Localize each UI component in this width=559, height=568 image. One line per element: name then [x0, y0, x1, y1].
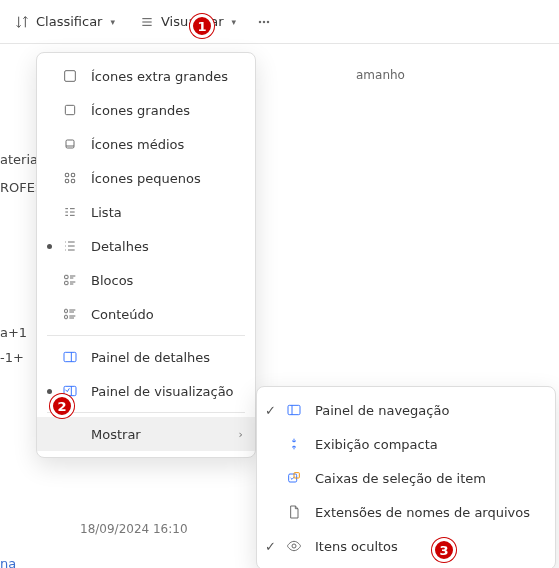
svg-point-4 — [263, 21, 265, 23]
submenu-item-label: Itens ocultos — [315, 539, 398, 554]
svg-point-3 — [259, 21, 261, 23]
column-header-size[interactable]: amanho — [348, 64, 413, 86]
svg-point-46 — [292, 544, 296, 548]
submenu-item-label: Exibição compacta — [315, 437, 438, 452]
check-icon: ✓ — [265, 403, 276, 418]
blank-icon — [61, 425, 79, 443]
menu-item-label: Ícones extra grandes — [91, 69, 228, 84]
svg-rect-7 — [65, 105, 74, 114]
svg-rect-35 — [65, 315, 68, 318]
menu-item-medium-icons[interactable]: Ícones médios — [37, 127, 255, 161]
submenu-item-compact-view[interactable]: Exibição compacta — [257, 427, 555, 461]
file-row: 18/09/2024 16:10 — [80, 522, 188, 536]
svg-rect-26 — [65, 275, 68, 278]
svg-rect-11 — [71, 173, 74, 176]
details-pane-icon — [61, 348, 79, 366]
more-button[interactable] — [250, 8, 278, 36]
svg-rect-42 — [288, 405, 300, 414]
menu-item-list[interactable]: Lista — [37, 195, 255, 229]
chevron-down-icon: ▾ — [232, 17, 237, 27]
chevron-down-icon: ▾ — [110, 17, 115, 27]
medium-icons-icon — [61, 135, 79, 153]
nav-pane-icon — [285, 401, 303, 419]
more-horizontal-icon — [256, 14, 272, 30]
view-button[interactable]: Visualizar ▾ — [129, 8, 246, 36]
svg-rect-6 — [65, 71, 76, 82]
menu-item-label: Ícones grandes — [91, 103, 190, 118]
menu-item-content[interactable]: Conteúdo — [37, 297, 255, 331]
menu-item-label: Mostrar — [91, 427, 141, 442]
view-icon — [139, 14, 155, 30]
submenu-item-extensions[interactable]: Extensões de nomes de arquivos — [257, 495, 555, 529]
menu-item-show[interactable]: Mostrar › — [37, 417, 255, 451]
annotation-badge-1: 1 — [190, 14, 214, 38]
menu-item-details-pane[interactable]: Painel de detalhes — [37, 340, 255, 374]
sort-button[interactable]: Classificar ▾ — [4, 8, 125, 36]
selected-dot-icon — [47, 389, 52, 394]
svg-rect-38 — [64, 352, 76, 361]
menu-item-label: Blocos — [91, 273, 133, 288]
content-icon — [61, 305, 79, 323]
svg-rect-29 — [65, 281, 68, 284]
menu-item-label: Lista — [91, 205, 122, 220]
submenu-item-label: Painel de navegação — [315, 403, 449, 418]
menu-separator — [47, 335, 245, 336]
menu-item-extra-large-icons[interactable]: Ícones extra grandes — [37, 59, 255, 93]
extra-large-icons-icon — [61, 67, 79, 85]
toolbar: Classificar ▾ Visualizar ▾ — [0, 0, 559, 44]
checkbox-icon — [285, 469, 303, 487]
menu-item-large-icons[interactable]: Ícones grandes — [37, 93, 255, 127]
sort-label: Classificar — [36, 14, 102, 29]
menu-item-label: Detalhes — [91, 239, 149, 254]
menu-item-tiles[interactable]: Blocos — [37, 263, 255, 297]
submenu-item-label: Caixas de seleção de item — [315, 471, 486, 486]
sort-icon — [14, 14, 30, 30]
submenu-item-checkboxes[interactable]: Caixas de seleção de item — [257, 461, 555, 495]
svg-rect-12 — [65, 179, 68, 182]
menu-item-small-icons[interactable]: Ícones pequenos — [37, 161, 255, 195]
check-icon: ✓ — [265, 539, 276, 554]
menu-separator — [47, 412, 245, 413]
menu-item-label: Ícones médios — [91, 137, 184, 152]
file-date: 18/09/2024 16:10 — [80, 522, 188, 536]
eye-icon — [285, 537, 303, 555]
selected-dot-icon — [47, 244, 52, 249]
menu-item-label: Painel de detalhes — [91, 350, 210, 365]
large-icons-icon — [61, 101, 79, 119]
svg-rect-8 — [66, 140, 74, 148]
submenu-item-nav-pane[interactable]: ✓ Painel de navegação — [257, 393, 555, 427]
submenu-item-hidden-items[interactable]: ✓ Itens ocultos — [257, 529, 555, 563]
menu-item-label: Conteúdo — [91, 307, 154, 322]
small-icons-icon — [61, 169, 79, 187]
menu-item-details[interactable]: Detalhes — [37, 229, 255, 263]
bg-text: na — [0, 556, 16, 568]
show-submenu: ✓ Painel de navegação Exibição compacta … — [256, 386, 556, 568]
menu-item-label: Ícones pequenos — [91, 171, 201, 186]
list-icon — [61, 203, 79, 221]
chevron-right-icon: › — [239, 428, 243, 441]
details-icon — [61, 237, 79, 255]
tiles-icon — [61, 271, 79, 289]
annotation-badge-3: 3 — [432, 538, 456, 562]
bg-text: a+1 — [0, 325, 27, 340]
annotation-badge-2: 2 — [50, 394, 74, 418]
svg-rect-10 — [65, 173, 68, 176]
menu-item-label: Painel de visualização — [91, 384, 234, 399]
svg-rect-13 — [71, 179, 74, 182]
compact-view-icon — [285, 435, 303, 453]
svg-rect-32 — [65, 309, 68, 312]
file-icon — [285, 503, 303, 521]
svg-point-5 — [267, 21, 269, 23]
bg-text: -1+ — [0, 350, 24, 365]
submenu-item-label: Extensões de nomes de arquivos — [315, 505, 530, 520]
